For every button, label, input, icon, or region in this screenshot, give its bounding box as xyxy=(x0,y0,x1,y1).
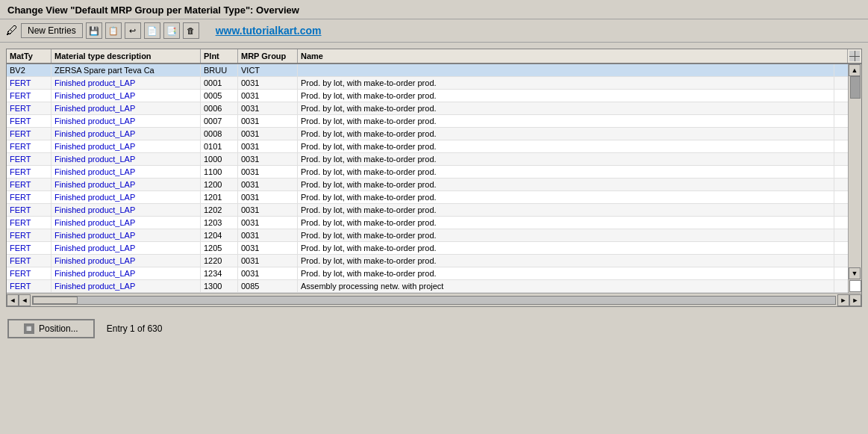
entry-text: Entry 1 of 630 xyxy=(107,323,163,334)
table-row[interactable]: BV2ZERSA Spare part Teva CaBRUUVICT xyxy=(7,64,848,77)
table-cell xyxy=(834,267,848,279)
table-cell: 0031 xyxy=(238,255,298,267)
position-icon: ▦ xyxy=(24,323,34,334)
table-cell: FERT xyxy=(7,153,51,165)
table-row[interactable]: FERTFinished product_LAP12340031Prod. by… xyxy=(7,267,848,280)
table-row[interactable]: FERTFinished product_LAP00060031Prod. by… xyxy=(7,102,848,115)
toolbar-btn-paste[interactable]: 📑 xyxy=(163,22,180,39)
table-row[interactable]: FERTFinished product_LAP12000031Prod. by… xyxy=(7,179,848,191)
table-row[interactable]: FERTFinished product_LAP12020031Prod. by… xyxy=(7,204,848,217)
hscroll-right[interactable]: ► xyxy=(837,294,849,306)
table-cell: FERT xyxy=(7,280,51,292)
table-container: MatTy Material type description Plnt MRP… xyxy=(6,49,862,307)
table-cell xyxy=(834,115,848,127)
table-row[interactable]: FERTFinished product_LAP12200031Prod. by… xyxy=(7,255,848,267)
table-cell: ZERSA Spare part Teva Ca xyxy=(51,64,201,76)
table-cell: FERT xyxy=(7,255,51,267)
table-cell: 1100 xyxy=(201,166,238,178)
scroll-checkbox[interactable] xyxy=(849,280,861,292)
hscroll-row: ◄ ◄ ► ► xyxy=(7,293,861,306)
table-cell: Prod. by lot, with make-to-order prod. xyxy=(298,153,834,165)
table-row[interactable]: FERTFinished product_LAP00080031Prod. by… xyxy=(7,128,848,140)
table-cell xyxy=(834,166,848,178)
toolbar-btn-undo[interactable]: ↩ xyxy=(125,22,141,39)
table-cell: Prod. by lot, with make-to-order prod. xyxy=(298,102,834,114)
scroll-up-arrow[interactable]: ▲ xyxy=(849,64,861,76)
col-header-matty: MatTy xyxy=(7,49,51,63)
table-cell: Finished product_LAP xyxy=(51,229,201,241)
position-button[interactable]: ▦ Position... xyxy=(7,319,95,338)
table-cell: 0008 xyxy=(201,128,238,140)
table-header: MatTy Material type description Plnt MRP… xyxy=(7,49,861,64)
table-row[interactable]: FERTFinished product_LAP12050031Prod. by… xyxy=(7,242,848,255)
table-cell: Finished product_LAP xyxy=(51,179,201,190)
table-cell: Finished product_LAP xyxy=(51,102,201,114)
scroll-down-arrow[interactable]: ▼ xyxy=(849,267,861,279)
table-cell xyxy=(834,280,848,292)
table-body[interactable]: BV2ZERSA Spare part Teva CaBRUUVICTFERTF… xyxy=(7,64,848,293)
table-cell: Prod. by lot, with make-to-order prod. xyxy=(298,191,834,203)
col-header-desc: Material type description xyxy=(51,49,201,63)
table-cell: 0031 xyxy=(238,242,298,254)
table-cell: FERT xyxy=(7,128,51,140)
main-content: MatTy Material type description Plnt MRP… xyxy=(0,43,868,313)
table-cell: 0031 xyxy=(238,102,298,114)
table-cell xyxy=(834,204,848,216)
table-row[interactable]: FERTFinished product_LAP00070031Prod. by… xyxy=(7,115,848,128)
scroll-thumb[interactable] xyxy=(850,76,861,99)
table-cell: 0031 xyxy=(238,204,298,216)
table-cell: Prod. by lot, with make-to-order prod. xyxy=(298,229,834,241)
new-entries-label: New Entries xyxy=(28,25,76,36)
col-header-plnt: Plnt xyxy=(201,49,238,63)
toolbar-btn-save2[interactable]: 📋 xyxy=(105,22,122,39)
toolbar-btn-save[interactable]: 💾 xyxy=(86,22,102,39)
title-bar: Change View "Default MRP Group per Mater… xyxy=(0,0,868,19)
table-cell: 0031 xyxy=(238,90,298,102)
table-row[interactable]: FERTFinished product_LAP00050031Prod. by… xyxy=(7,90,848,102)
table-cell xyxy=(298,64,834,76)
scroll-track xyxy=(849,76,861,267)
table-cell: Prod. by lot, with make-to-order prod. xyxy=(298,115,834,127)
table-row[interactable]: FERTFinished product_LAP12010031Prod. by… xyxy=(7,191,848,204)
hscroll-left2[interactable]: ◄ xyxy=(19,294,31,306)
table-cell: Prod. by lot, with make-to-order prod. xyxy=(298,267,834,279)
toolbar-btn-delete[interactable]: 🗑 xyxy=(183,22,199,39)
table-row[interactable]: FERTFinished product_LAP12030031Prod. by… xyxy=(7,217,848,229)
table-cell xyxy=(834,90,848,102)
toolbar-icon-edit: 🖊 xyxy=(6,24,18,37)
hscroll-right2[interactable]: ► xyxy=(849,294,861,306)
table-cell: 0006 xyxy=(201,102,238,114)
hscroll-track[interactable] xyxy=(32,296,836,305)
col-header-name: Name xyxy=(298,49,848,63)
table-row[interactable]: FERTFinished product_LAP12040031Prod. by… xyxy=(7,229,848,242)
table-cell: Finished product_LAP xyxy=(51,166,201,178)
table-row[interactable]: FERTFinished product_LAP10000031Prod. by… xyxy=(7,153,848,166)
table-cell: 1204 xyxy=(201,229,238,241)
col-header-mrp: MRP Group xyxy=(238,49,298,63)
table-cell: FERT xyxy=(7,204,51,216)
table-cell: BV2 xyxy=(7,64,51,76)
table-cell: FERT xyxy=(7,217,51,229)
table-cell: 0031 xyxy=(238,166,298,178)
table-row[interactable]: FERTFinished product_LAP13000085Assembly… xyxy=(7,280,848,293)
table-row[interactable]: FERTFinished product_LAP01010031Prod. by… xyxy=(7,140,848,153)
table-cell: Finished product_LAP xyxy=(51,255,201,267)
table-cell: 0031 xyxy=(238,179,298,190)
table-cell xyxy=(834,179,848,190)
table-cell xyxy=(834,191,848,203)
table-cell: BRUU xyxy=(201,64,238,76)
toolbar-btn-copy[interactable]: 📄 xyxy=(144,22,160,39)
hscroll-left[interactable]: ◄ xyxy=(7,294,19,306)
table-row[interactable]: FERTFinished product_LAP11000031Prod. by… xyxy=(7,166,848,179)
table-cell: VICT xyxy=(238,64,298,76)
vertical-scrollbar[interactable]: ▲ ▼ xyxy=(848,64,861,293)
table-cell: 0031 xyxy=(238,217,298,229)
table-cell: 1205 xyxy=(201,242,238,254)
new-entries-button[interactable]: New Entries xyxy=(21,23,83,38)
table-cell: Finished product_LAP xyxy=(51,280,201,292)
toolbar: 🖊 New Entries 💾 📋 ↩ 📄 📑 🗑 www.tutorialka… xyxy=(0,19,868,43)
table-row[interactable]: FERTFinished product_LAP00010031Prod. by… xyxy=(7,77,848,90)
table-cell: 1203 xyxy=(201,217,238,229)
table-cell: 1234 xyxy=(201,267,238,279)
table-cell: FERT xyxy=(7,229,51,241)
